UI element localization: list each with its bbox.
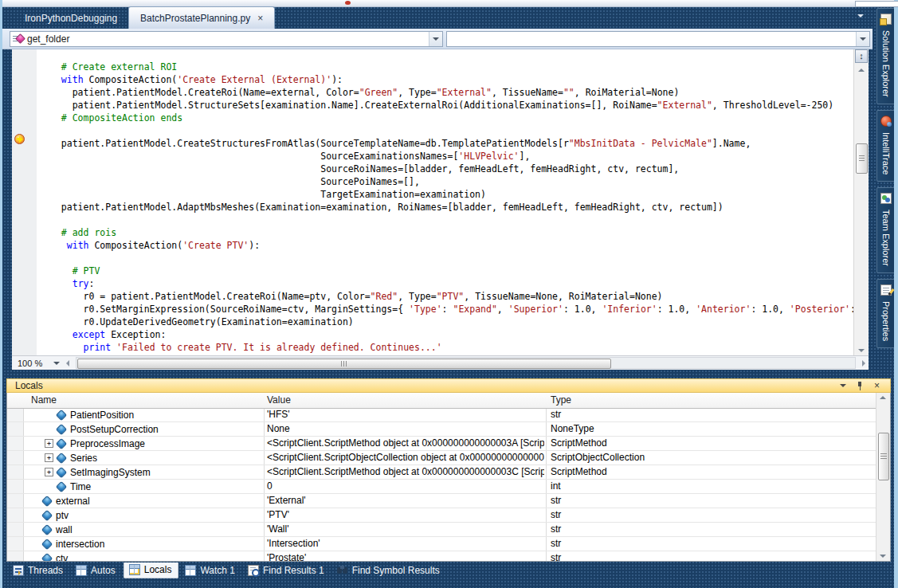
code-line: with CompositeAction('Create External (E… <box>50 73 853 86</box>
editor-vertical-scrollbar[interactable]: ↕ <box>853 49 869 355</box>
dropdown-arrow-icon[interactable] <box>429 32 442 46</box>
code-token: r0.UpdateDerivedGeometry(Examination=exa… <box>50 316 354 327</box>
code-token: 'Anterior' <box>696 304 751 315</box>
variable-row[interactable]: ctv'Prostate'str <box>7 551 890 562</box>
autos-icon <box>76 565 87 576</box>
code-token: : 1.0, <box>657 304 696 315</box>
scroll-left-icon[interactable] <box>66 360 69 367</box>
tab-overflow-dropdown-icon[interactable] <box>857 14 864 21</box>
right-tool-tab-strip: Solution ExplorerIntelliTraceTeam Explor… <box>876 8 896 348</box>
code-token: , TissueName= <box>492 87 563 98</box>
code-content[interactable]: # Create external ROI with CompositeActi… <box>37 61 853 355</box>
variable-value: 0 <box>267 480 544 493</box>
column-header-type[interactable]: Type <box>551 393 571 407</box>
variable-name-cell: +Series <box>24 451 248 465</box>
variable-name-cell: ptv <box>24 508 248 522</box>
variable-row[interactable]: PostSetupCorrectionNoneNoneType <box>7 422 890 437</box>
doc-tab-batchprostateplanning[interactable]: BatchProstatePlanning.py × <box>128 6 275 29</box>
bottom-tool-tab-strip: ThreadsAutosLocalsWatch 1Find Results 1F… <box>6 563 446 582</box>
panel-title-buttons: × <box>840 378 880 393</box>
member-dropdown[interactable]: get_folder <box>10 31 443 47</box>
variable-row[interactable]: external'External'str <box>7 494 890 508</box>
threads-icon <box>13 565 24 576</box>
column-header-name[interactable]: Name <box>31 393 57 407</box>
window-border-left <box>0 0 2 588</box>
vertical-scroll-thumb[interactable] <box>856 143 868 174</box>
code-line <box>50 124 853 137</box>
scroll-down-icon[interactable] <box>858 349 865 352</box>
tab-locals[interactable]: Locals <box>124 563 179 578</box>
variable-icon <box>41 523 53 535</box>
close-panel-icon[interactable]: × <box>874 382 880 390</box>
code-token: : 1.0, <box>751 304 789 315</box>
dropdown-arrow-icon[interactable] <box>856 32 869 46</box>
tab-find-results-1[interactable]: Find Results 1 <box>243 563 331 578</box>
window-position-icon[interactable] <box>840 384 846 390</box>
code-line: # Create external ROI <box>50 61 853 73</box>
splitter-handle-icon[interactable]: ↕ <box>855 49 868 63</box>
variable-icon <box>41 552 53 562</box>
scroll-up-icon[interactable] <box>880 396 886 399</box>
variable-row[interactable]: PatientPosition'HFS'str <box>7 408 890 422</box>
tab-label: Team Explorer <box>881 210 891 266</box>
doc-tab-ironpythondebugging[interactable]: IronPythonDebugging <box>14 8 128 29</box>
tab-team-explorer[interactable]: Team Explorer <box>876 187 894 273</box>
expand-toggle-icon[interactable]: + <box>45 453 53 462</box>
variable-name-cell: Time <box>24 480 248 493</box>
tab-threads[interactable]: Threads <box>8 563 69 578</box>
vertical-scroll-thumb[interactable] <box>878 433 889 480</box>
scroll-down-icon[interactable] <box>880 555 886 558</box>
code-token: "Green" <box>359 87 398 98</box>
code-line: patient.PatientModel.StructureSets[exami… <box>50 99 853 112</box>
tab-autos[interactable]: Autos <box>71 563 122 578</box>
variable-row[interactable]: +SetImagingSystem<ScriptClient.ScriptMet… <box>7 465 890 480</box>
scroll-up-icon[interactable] <box>858 69 865 72</box>
close-tab-icon[interactable]: × <box>257 14 263 22</box>
tab-intellitrace[interactable]: IntelliTrace <box>876 110 894 182</box>
variable-row[interactable]: Time0int <box>7 480 890 494</box>
code-token <box>50 329 73 340</box>
scroll-right-icon[interactable] <box>862 360 865 367</box>
expand-toggle-icon[interactable]: + <box>45 439 53 448</box>
tab-watch-1[interactable]: Watch 1 <box>180 563 241 578</box>
variable-row[interactable]: wall'Wall'str <box>7 523 890 537</box>
code-token: with <box>67 240 89 251</box>
code-token: print <box>84 342 112 353</box>
variable-row[interactable]: intersection'Intersection'str <box>7 537 890 551</box>
variable-name: PreprocessImage <box>70 437 145 450</box>
code-token: "External" <box>657 100 712 111</box>
tab-find-symbol-results[interactable]: Find Symbol Results <box>332 563 446 578</box>
variable-row[interactable]: ptv'PTV'str <box>7 508 890 523</box>
locals-panel-title[interactable]: Locals <box>6 378 891 393</box>
column-header-value[interactable]: Value <box>267 393 291 407</box>
expand-toggle-icon[interactable]: + <box>45 468 53 476</box>
code-token: 'Superior' <box>508 304 563 315</box>
code-token <box>50 240 67 251</box>
editor-horizontal-scrollbar[interactable] <box>76 357 856 369</box>
member-dropdown-value: get_folder <box>24 33 429 45</box>
code-token: : 1.0, <box>563 304 602 315</box>
code-line: patient.PatientModel.CreateRoi(Name=exte… <box>50 86 853 99</box>
locals-vertical-scrollbar[interactable] <box>876 393 890 561</box>
pin-icon[interactable] <box>857 382 864 390</box>
code-token: r0 = patient.PatientModel.CreateRoi(Name… <box>50 291 371 302</box>
variable-row[interactable]: +Series<ScriptClient.ScriptObjectCollect… <box>7 451 890 465</box>
variable-row[interactable]: +PreprocessImage<ScriptClient.ScriptMeth… <box>7 437 890 451</box>
code-line: SourcePoiNames=[], <box>50 175 853 188</box>
type-dropdown[interactable] <box>446 31 870 47</box>
horizontal-scroll-thumb[interactable] <box>77 359 611 369</box>
tab-properties[interactable]: Properties <box>876 279 894 348</box>
code-token: # Create external ROI <box>50 61 177 73</box>
variable-name: ctv <box>56 552 68 563</box>
breakpoint-gutter[interactable] <box>12 49 37 355</box>
variable-name-cell: PatientPosition <box>24 408 248 421</box>
editor-zoom-select[interactable]: 100 % <box>14 357 63 369</box>
variable-icon <box>56 409 67 420</box>
properties-icon <box>880 284 892 296</box>
tab-solution-explorer[interactable]: Solution Explorer <box>876 8 894 104</box>
code-token: 'Create External (External)' <box>177 74 331 85</box>
code-editor[interactable]: # Create external ROI with CompositeActi… <box>12 49 853 355</box>
variable-type: ScriptMethod <box>551 437 874 450</box>
zoom-dropdown-arrow-icon[interactable] <box>53 362 60 368</box>
find-results-icon <box>248 565 259 576</box>
